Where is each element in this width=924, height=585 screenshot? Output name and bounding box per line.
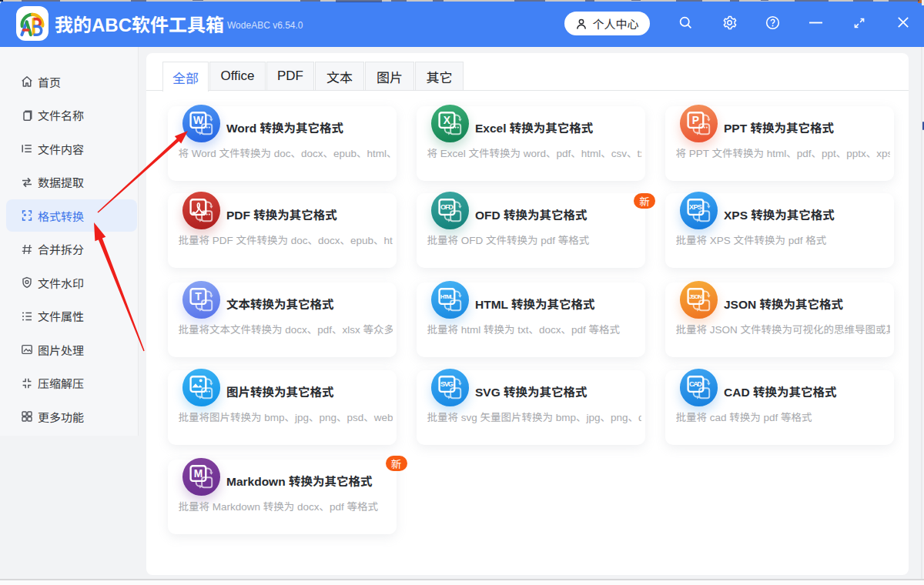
svg-text:HTML: HTML bbox=[440, 293, 454, 300]
svg-text:CAD: CAD bbox=[689, 380, 702, 388]
svg-text:XPS: XPS bbox=[689, 203, 702, 211]
svg-text:OFD: OFD bbox=[440, 203, 454, 211]
svg-text:X: X bbox=[444, 114, 451, 126]
svg-text:JSON: JSON bbox=[689, 293, 702, 300]
svg-text:T: T bbox=[195, 290, 202, 303]
svg-text:M: M bbox=[194, 467, 203, 480]
svg-text:SVG: SVG bbox=[440, 380, 454, 388]
svg-text:P: P bbox=[692, 114, 699, 126]
